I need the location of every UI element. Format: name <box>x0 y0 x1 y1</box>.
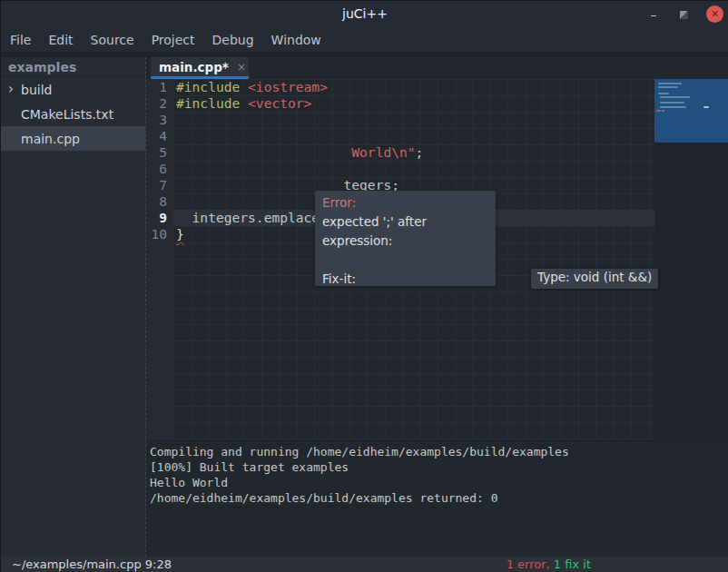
code-segment: #include <box>176 79 248 94</box>
tree-item-label: build <box>21 83 52 97</box>
minimap-code-line <box>703 106 709 108</box>
code-segment: <vector> <box>248 95 311 111</box>
tree-item-label: main.cpp <box>21 132 80 146</box>
menu-item-project[interactable]: Project <box>152 33 195 47</box>
minimize-button[interactable]: – <box>645 6 662 23</box>
line-number: 3 <box>146 112 167 128</box>
line-number: 7 <box>146 177 167 193</box>
code-line-1: #include <iostream> <box>176 79 423 95</box>
status-file-path: ~/examples/main.cpp 9:28 <box>12 557 172 571</box>
minimap-code-line <box>658 83 682 84</box>
close-button[interactable]: ✕ <box>706 5 723 23</box>
line-number: 9 <box>146 210 167 226</box>
line-number-gutter: 12345678910 <box>146 79 173 440</box>
tab-bar: main.cpp* × <box>146 57 728 79</box>
minimap-code-line <box>660 102 684 104</box>
tree-item-cmakelists-txt[interactable]: CMakeLists.txt <box>1 102 145 126</box>
tooltip-error-message: expected ';' after expression: <box>322 212 488 251</box>
tree-item-build[interactable]: ›build <box>1 77 145 102</box>
code-editor[interactable]: 12345678910 #include <iostream>#include … <box>146 79 728 440</box>
tree-item-label: CMakeLists.txt <box>21 107 113 122</box>
status-error-count: 1 error, <box>507 557 550 571</box>
code-line-2: #include <vector> <box>176 95 423 112</box>
app-window: juCi++ – ✕ FileEditSourceProjectDebugWin… <box>0 0 728 572</box>
title-bar[interactable]: juCi++ – ✕ <box>1 1 728 28</box>
line-number: 10 <box>146 226 167 242</box>
minimap-code-line <box>660 96 690 98</box>
restore-button[interactable] <box>675 6 692 23</box>
code-segment: World\n" <box>351 144 415 160</box>
build-output-panel[interactable]: Compiling and running /home/eidheim/exam… <box>146 440 728 557</box>
tooltip-error-title: Error: <box>322 193 488 212</box>
code-line-4 <box>176 128 423 144</box>
tab-main-cpp[interactable]: main.cpp* × <box>151 57 249 79</box>
minimap-code-line <box>662 110 664 112</box>
code-segment: <iostream> <box>248 79 328 94</box>
code-line-5: World\n"; <box>176 144 423 161</box>
code-segment: } <box>176 226 184 242</box>
menu-bar: FileEditSourceProjectDebugWindow <box>1 28 728 52</box>
tab-close-icon[interactable]: × <box>237 61 246 74</box>
minimap-viewport[interactable] <box>654 79 728 143</box>
file-tree-panel: examples ›buildCMakeLists.txtmain.cpp <box>1 57 146 557</box>
tree-item-main-cpp[interactable]: main.cpp <box>1 126 145 151</box>
tooltip-spacer <box>322 251 488 270</box>
menu-item-window[interactable]: Window <box>271 33 321 47</box>
tab-label: main.cpp* <box>159 60 229 74</box>
code-segment: #include <box>176 95 248 111</box>
code-segment: ; <box>416 144 424 160</box>
minimap-code-line <box>658 86 678 88</box>
code-line-6 <box>176 161 423 177</box>
chevron-right-icon[interactable]: › <box>8 81 14 97</box>
minimap-code-line <box>660 106 686 108</box>
menu-item-debug[interactable]: Debug <box>212 33 254 47</box>
menu-item-file[interactable]: File <box>10 33 31 47</box>
minimap-code-line <box>658 93 669 94</box>
build-output-text: Compiling and running /home/eidheim/exam… <box>146 441 728 506</box>
status-bar: ~/examples/main.cpp 9:28 1 error, 1 fix … <box>1 557 728 572</box>
overview-minimap[interactable] <box>654 79 728 440</box>
project-name-header: examples <box>1 57 145 77</box>
window-title: juCi++ <box>1 6 728 21</box>
menu-item-edit[interactable]: Edit <box>48 33 73 47</box>
status-fixit-count: 1 fix it <box>550 557 591 571</box>
restore-icon <box>680 11 688 19</box>
code-segment <box>176 144 351 160</box>
status-diagnostics: 1 error, 1 fix it <box>507 557 591 571</box>
line-number: 2 <box>146 95 167 112</box>
line-number: 1 <box>146 79 167 95</box>
minimap-code-line <box>656 110 661 112</box>
code-line-3 <box>176 112 423 128</box>
type-tooltip: Type: void (int &&) <box>531 269 658 289</box>
line-number: 8 <box>146 193 167 210</box>
tooltip-fixit-title: Fix-it: <box>322 270 488 286</box>
line-number: 4 <box>146 128 167 144</box>
line-number: 5 <box>146 144 167 161</box>
file-tree: ›buildCMakeLists.txtmain.cpp <box>1 77 145 151</box>
line-number: 6 <box>146 161 167 177</box>
menu-item-source[interactable]: Source <box>91 33 134 47</box>
error-tooltip: Error: expected ';' after expression: Fi… <box>315 191 496 286</box>
